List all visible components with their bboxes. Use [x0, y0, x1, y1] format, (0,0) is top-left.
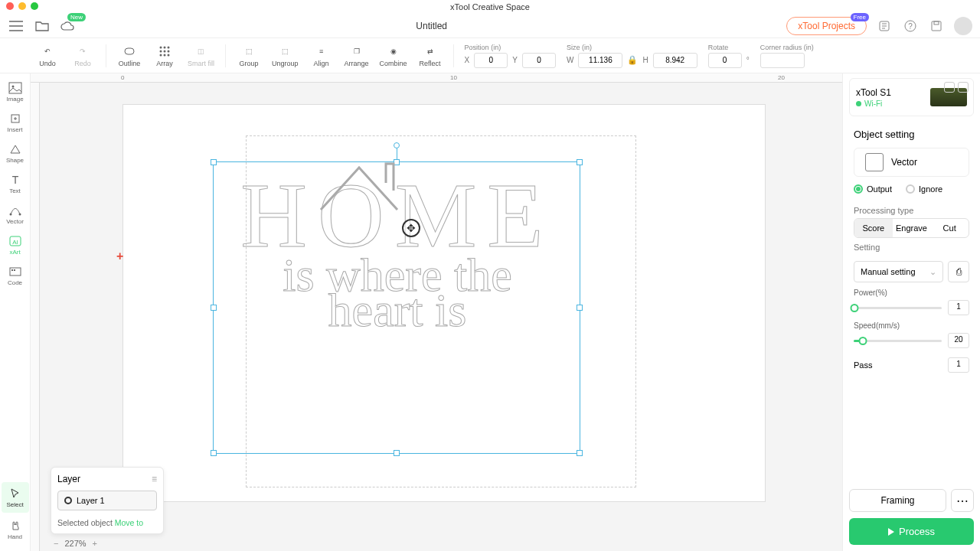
power-value[interactable]: 1 — [948, 300, 969, 315]
object-setting-title: Object setting — [843, 121, 980, 145]
device-name: xTool S1 — [856, 87, 926, 98]
history-icon[interactable] — [876, 18, 893, 34]
arrange-button[interactable]: ❐Arrange — [345, 44, 369, 67]
align-button[interactable]: ≡Align — [309, 44, 334, 67]
save-icon[interactable] — [928, 18, 945, 34]
rotate-input[interactable] — [708, 53, 742, 68]
pass-value[interactable]: 1 — [948, 357, 969, 373]
zoom-value[interactable]: 227% — [64, 539, 86, 548]
folder-icon[interactable] — [34, 18, 51, 34]
new-badge: New — [67, 13, 86, 21]
layer-visibility-icon[interactable] — [64, 497, 72, 504]
help-icon[interactable]: ? — [902, 18, 919, 34]
svg-point-6 — [160, 46, 162, 48]
rotate-handle[interactable] — [394, 142, 400, 148]
avatar-icon[interactable] — [954, 17, 972, 35]
redo-button[interactable]: ↷Redo — [70, 44, 95, 67]
sidebar-insert[interactable]: Insert — [2, 107, 29, 138]
minimize-window[interactable] — [18, 2, 26, 10]
svg-rect-25 — [14, 269, 15, 271]
layer-menu-icon[interactable]: ≡ — [152, 474, 157, 484]
score-tab[interactable]: Score — [854, 219, 893, 237]
width-input[interactable] — [578, 53, 622, 68]
setting-mode-select[interactable]: Manual setting⌄ — [854, 261, 943, 282]
zoom-in-button[interactable]: + — [93, 539, 97, 548]
sidebar-shape[interactable]: Shape — [2, 138, 29, 168]
resize-handle-r[interactable] — [577, 305, 583, 311]
ruler-vertical — [31, 83, 40, 551]
svg-point-8 — [168, 46, 170, 48]
left-sidebar: Image Insert Shape TText Vector AIxArt C… — [0, 73, 31, 551]
layer-panel-title: Layer — [57, 474, 80, 484]
ungroup-button[interactable]: ⬚Ungroup — [272, 44, 299, 67]
outline-button[interactable]: Outline — [117, 44, 142, 67]
titlebar: xTool Creative Space — [0, 0, 980, 14]
processing-type-label: Processing type — [843, 201, 980, 218]
artwork-vector[interactable]: HOME is where the heart is — [221, 162, 573, 453]
height-input[interactable] — [653, 53, 697, 68]
corner-radius-input[interactable] — [760, 53, 805, 68]
smartfill-button[interactable]: ◫Smart fill — [188, 44, 214, 67]
lock-aspect-icon[interactable]: 🔒 — [627, 55, 638, 65]
cloud-icon[interactable]: New — [60, 18, 77, 34]
size-group: Size (in) W 🔒 H — [567, 44, 697, 68]
svg-rect-5 — [125, 48, 134, 54]
resize-handle-l[interactable] — [211, 305, 217, 311]
resize-handle-tl[interactable] — [211, 159, 217, 165]
device-settings-icon[interactable] — [958, 82, 969, 93]
free-badge: Free — [851, 13, 869, 21]
output-radio[interactable]: Output — [854, 184, 892, 194]
layer-item-1[interactable]: Layer 1 — [57, 491, 157, 510]
power-slider[interactable] — [854, 307, 942, 309]
sidebar-xart[interactable]: AIxArt — [2, 230, 29, 260]
processing-type-segment: Score Engrave Cut — [854, 218, 969, 238]
selection-box[interactable]: HOME is where the heart is ✥ — [213, 161, 580, 454]
close-window[interactable] — [6, 2, 14, 10]
svg-point-14 — [168, 54, 170, 56]
document-title[interactable]: Untitled — [416, 21, 447, 31]
zoom-window[interactable] — [31, 2, 38, 10]
sidebar-image[interactable]: Image — [2, 77, 29, 107]
sidebar-hand[interactable]: Hand — [2, 514, 29, 545]
chevron-down-icon: ⌄ — [929, 267, 936, 277]
zoom-out-button[interactable]: − — [54, 539, 58, 548]
resize-handle-tr[interactable] — [577, 159, 583, 165]
resize-handle-bl[interactable] — [211, 450, 217, 456]
sidebar-text[interactable]: TText — [2, 168, 29, 199]
svg-point-10 — [164, 50, 166, 52]
ignore-radio[interactable]: Ignore — [906, 184, 942, 194]
framing-more-button[interactable]: ⋯ — [951, 489, 974, 512]
zoom-control: − 227% + — [54, 539, 97, 548]
array-button[interactable]: Array — [152, 44, 177, 67]
sidebar-vector[interactable]: Vector — [2, 199, 29, 230]
menu-icon[interactable] — [8, 18, 24, 34]
device-expand-icon[interactable] — [944, 82, 955, 93]
move-to-link[interactable]: Move to — [115, 518, 143, 527]
process-button[interactable]: Process — [849, 518, 974, 545]
device-card[interactable]: xTool S1 Wi-Fi — [849, 78, 974, 116]
combine-button[interactable]: ◉Combine — [380, 44, 407, 67]
layer-panel: Layer ≡ Layer 1 Selected object Move to — [51, 467, 164, 534]
cut-tab[interactable]: Cut — [930, 219, 969, 237]
xtool-projects-button[interactable]: xTool Projects Free — [786, 17, 867, 35]
svg-rect-3 — [932, 21, 941, 31]
ruler-horizontal: 0 10 20 — [31, 73, 842, 83]
rotate-group: Rotate ° — [708, 44, 750, 68]
position-x-input[interactable] — [474, 53, 508, 68]
undo-button[interactable]: ↶Undo — [35, 44, 60, 67]
group-button[interactable]: ⬚Group — [237, 44, 261, 67]
position-y-input[interactable] — [522, 53, 556, 68]
power-slider-knob[interactable] — [851, 304, 859, 312]
setting-save-button[interactable]: ⎙ — [948, 261, 969, 282]
speed-slider-knob[interactable] — [858, 337, 867, 345]
speed-slider[interactable] — [854, 340, 942, 342]
resize-handle-br[interactable] — [577, 450, 583, 456]
projects-label: xTool Projects — [798, 21, 855, 31]
svg-text:AI: AI — [12, 239, 18, 246]
engrave-tab[interactable]: Engrave — [893, 219, 931, 237]
framing-button[interactable]: Framing — [849, 489, 946, 512]
reflect-button[interactable]: ⇄Reflect — [418, 44, 443, 67]
sidebar-code[interactable]: Code — [2, 260, 29, 291]
sidebar-select[interactable]: Select — [2, 482, 29, 513]
speed-value[interactable]: 20 — [948, 333, 969, 348]
